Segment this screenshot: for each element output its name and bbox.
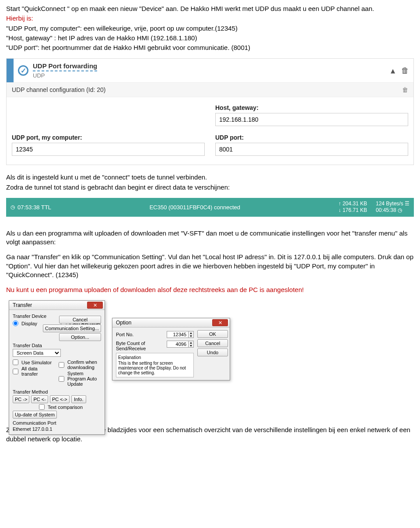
clock-icon: ◷ <box>398 207 402 213</box>
explanation-title: Explanation <box>118 355 192 360</box>
paragraph: "Host, gateway" : het IP adres van de Ha… <box>6 34 414 42</box>
option-button[interactable]: Option... <box>59 333 101 341</box>
spinner-arrows-icon[interactable]: ▲▼ <box>189 331 194 338</box>
close-icon[interactable]: ✕ <box>87 302 103 309</box>
option-dialog: Option ✕ Port No. ▲▼ Byte Count of Send/… <box>112 318 230 380</box>
confirm-download-check[interactable] <box>59 362 64 368</box>
comm-port-value: Ethernet 127.0.0.1 <box>13 426 101 432</box>
cancel-button[interactable]: Cancel <box>59 316 101 324</box>
update-system-button[interactable]: Up-date of System <box>13 411 57 419</box>
device-status: EC350 (003011FBF0C4) connected <box>51 204 338 211</box>
meter-icon: ☰ <box>405 201 410 207</box>
udp-port-my-input[interactable] <box>12 143 205 156</box>
byte-count-label: Byte Count of Send/Receive <box>116 341 155 351</box>
channel-label: UDP channel configuration (Id: 20) <box>12 86 106 93</box>
udp-port-my-label: UDP port, my computer: <box>12 134 205 141</box>
paragraph: Start "QuickConnect " op en maak een nie… <box>6 4 414 13</box>
display-label: Display <box>21 321 37 326</box>
paragraph: Als dit is ingesteld kunt u met de "conn… <box>6 173 414 182</box>
sys-auto-update-label: System Program Auto Update <box>67 371 101 387</box>
pc-from-button[interactable]: PC <- <box>31 395 48 403</box>
pc-both-button[interactable]: PC <-> <box>50 395 70 403</box>
cancel-button[interactable]: Cancel <box>197 339 228 347</box>
info-button[interactable]: Info. <box>71 395 86 403</box>
use-simulator-label: Use Simulator <box>21 360 52 365</box>
paragraph: Nu kunt u een programma uploaden of down… <box>6 285 414 294</box>
trash-icon[interactable]: 🗑 <box>402 86 408 93</box>
pc-to-button[interactable]: PC -> <box>13 395 29 403</box>
transfer-data-label: Transfer Data <box>13 343 101 348</box>
paragraph: "UDP port": het poortnummer dat de Hakko… <box>6 43 414 52</box>
udp-port-input[interactable] <box>215 143 408 156</box>
comm-port-label: Communication Port <box>13 420 101 426</box>
dialog-screenshot: Transfer ✕ Transfer Device Display Card … <box>6 300 414 414</box>
download-icon: ↓ <box>339 207 341 213</box>
upload-icon: ↑ <box>339 201 341 207</box>
undo-button[interactable]: Undo <box>197 348 228 356</box>
clock-icon: ◷ <box>10 204 15 210</box>
host-gateway-input[interactable] <box>215 113 408 126</box>
display-radio[interactable] <box>13 320 18 326</box>
trash-icon[interactable]: 🗑 <box>401 66 409 75</box>
dialog-title: Transfer <box>13 302 32 308</box>
chevron-up-icon[interactable]: ▴ <box>391 65 395 76</box>
confirm-download-label: Confirm when downloading <box>67 359 101 370</box>
all-data-check[interactable] <box>13 369 18 374</box>
udp-forwarding-panel: ✓ UDP Port forwarding UDP ▴ 🗑 UDP channe… <box>6 58 414 165</box>
byte-count-input[interactable] <box>167 341 189 348</box>
all-data-label: All data transfer <box>21 366 55 377</box>
port-no-input[interactable] <box>167 331 189 338</box>
text-compare-label: Text comparison <box>48 405 83 410</box>
download-kb: 176.71 KB <box>343 207 367 213</box>
text-compare-check[interactable] <box>39 404 45 410</box>
close-icon[interactable]: ✕ <box>212 319 228 326</box>
transfer-method-label: Transfer Method <box>13 389 101 394</box>
use-simulator-check[interactable] <box>13 359 18 365</box>
comm-setting-button[interactable]: Communication Setting... <box>43 324 101 332</box>
ttl-value: 07:53:38 TTL <box>18 204 51 211</box>
paragraph: Zodra de tunnel tot stand is gebracht da… <box>6 183 414 192</box>
host-gateway-label: Host, gateway: <box>215 104 408 111</box>
ok-button[interactable]: OK <box>197 330 228 338</box>
accent-bar <box>7 59 14 82</box>
paragraph: Als u dan een programma wilt uploaden of… <box>6 229 414 247</box>
paragraph: Hierbij is: <box>6 14 414 23</box>
screen-data-select[interactable]: Screen Data <box>13 349 61 357</box>
paragraph: "UDP Port, my computer": een willekeurig… <box>6 24 414 33</box>
check-icon: ✓ <box>18 65 28 76</box>
connection-status-bar: ◷ 07:53:38 TTL EC350 (003011FBF0C4) conn… <box>6 198 414 217</box>
explanation-body: This is the setting for screen maintenan… <box>118 361 192 375</box>
panel-title: UDP Port forwarding <box>33 62 97 71</box>
sys-auto-update-check[interactable] <box>59 376 64 382</box>
upload-kb: 204.31 KB <box>343 201 367 207</box>
elapsed-time: 00:45:38 <box>376 207 396 213</box>
udp-port-label: UDP port: <box>215 134 408 141</box>
bytes-per-sec: 124 Bytes/s <box>376 201 403 207</box>
port-no-label: Port No. <box>116 332 133 337</box>
dialog-title: Option <box>116 320 131 326</box>
panel-subtitle: UDP <box>33 72 391 79</box>
transfer-dialog: Transfer ✕ Transfer Device Display Card … <box>9 300 105 435</box>
paragraph: Ga naar "Transfer" en klik op "Communica… <box>6 253 414 279</box>
spinner-arrows-icon[interactable]: ▲▼ <box>189 341 194 348</box>
